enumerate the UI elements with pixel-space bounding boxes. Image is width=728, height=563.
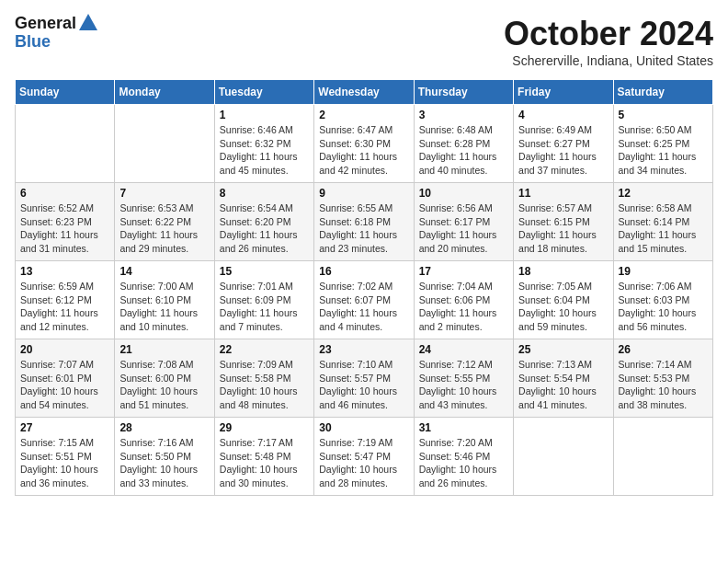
day-number: 4 [518,109,608,121]
weekday-header-wednesday: Wednesday [314,80,414,105]
day-number: 23 [319,343,408,356]
calendar-cell: 17Sunrise: 7:04 AMSunset: 6:06 PMDayligh… [414,261,513,339]
calendar-cell: 6Sunrise: 6:52 AMSunset: 6:23 PMDaylight… [16,183,115,261]
calendar-cell: 13Sunrise: 6:59 AMSunset: 6:12 PMDayligh… [16,261,115,339]
day-number: 7 [119,187,209,200]
calendar-week-row: 27Sunrise: 7:15 AMSunset: 5:51 PMDayligh… [16,418,713,496]
calendar-cell: 30Sunrise: 7:19 AMSunset: 5:47 PMDayligh… [314,418,414,496]
day-info: Sunrise: 7:19 AMSunset: 5:47 PMDaylight:… [319,436,408,490]
day-info: Sunrise: 6:48 AMSunset: 6:28 PMDaylight:… [419,123,508,178]
calendar-cell: 26Sunrise: 7:14 AMSunset: 5:53 PMDayligh… [613,339,712,418]
day-info: Sunrise: 7:10 AMSunset: 5:57 PMDaylight:… [319,358,408,412]
day-number: 30 [319,421,408,434]
calendar-cell: 27Sunrise: 7:15 AMSunset: 5:51 PMDayligh… [16,418,115,496]
day-number: 2 [319,109,408,121]
calendar-cell: 21Sunrise: 7:08 AMSunset: 6:00 PMDayligh… [115,339,214,418]
day-info: Sunrise: 6:54 AMSunset: 6:20 PMDaylight:… [220,201,309,256]
day-number: 6 [20,187,109,200]
day-number: 5 [619,109,708,121]
day-info: Sunrise: 7:16 AMSunset: 5:50 PMDaylight:… [119,436,209,490]
title-block: October 2024 Schererville, Indiana, Unit… [504,15,713,68]
calendar-cell: 11Sunrise: 6:57 AMSunset: 6:15 PMDayligh… [514,183,613,261]
day-number: 15 [220,265,309,278]
day-number: 18 [518,265,608,278]
day-number: 20 [20,343,109,356]
day-number: 24 [419,343,508,356]
calendar-cell: 23Sunrise: 7:10 AMSunset: 5:57 PMDayligh… [314,339,414,418]
day-number: 29 [220,421,309,434]
calendar-body: 1Sunrise: 6:46 AMSunset: 6:32 PMDaylight… [16,105,713,496]
logo: General Blue [15,15,97,52]
calendar-cell: 25Sunrise: 7:13 AMSunset: 5:54 PMDayligh… [514,339,613,418]
day-info: Sunrise: 7:00 AMSunset: 6:10 PMDaylight:… [119,280,209,334]
day-info: Sunrise: 6:59 AMSunset: 6:12 PMDaylight:… [20,280,109,334]
calendar-cell: 7Sunrise: 6:53 AMSunset: 6:22 PMDaylight… [115,183,214,261]
calendar-cell: 28Sunrise: 7:16 AMSunset: 5:50 PMDayligh… [115,418,214,496]
day-info: Sunrise: 6:47 AMSunset: 6:30 PMDaylight:… [319,123,408,178]
calendar-cell: 24Sunrise: 7:12 AMSunset: 5:55 PMDayligh… [414,339,513,418]
weekday-header-row: SundayMondayTuesdayWednesdayThursdayFrid… [16,80,713,105]
calendar-cell: 14Sunrise: 7:00 AMSunset: 6:10 PMDayligh… [115,261,214,339]
calendar-cell: 9Sunrise: 6:55 AMSunset: 6:18 PMDaylight… [314,183,414,261]
page-header: General Blue October 2024 Schererville, … [15,15,713,68]
calendar-cell [16,105,115,183]
day-info: Sunrise: 7:08 AMSunset: 6:00 PMDaylight:… [119,358,209,412]
day-info: Sunrise: 7:04 AMSunset: 6:06 PMDaylight:… [419,280,508,334]
calendar-cell: 8Sunrise: 6:54 AMSunset: 6:20 PMDaylight… [214,183,313,261]
weekday-header-friday: Friday [514,80,613,105]
day-number: 19 [619,265,708,278]
day-number: 11 [518,187,608,200]
day-info: Sunrise: 7:05 AMSunset: 6:04 PMDaylight:… [518,280,608,334]
weekday-header-saturday: Saturday [613,80,712,105]
calendar-cell: 3Sunrise: 6:48 AMSunset: 6:28 PMDaylight… [414,105,513,183]
calendar-cell: 22Sunrise: 7:09 AMSunset: 5:58 PMDayligh… [214,339,313,418]
day-number: 3 [419,109,508,121]
day-number: 14 [119,265,209,278]
location-subtitle: Schererville, Indiana, United States [504,53,713,68]
day-info: Sunrise: 6:57 AMSunset: 6:15 PMDaylight:… [518,201,608,256]
day-info: Sunrise: 6:52 AMSunset: 6:23 PMDaylight:… [20,201,109,256]
day-info: Sunrise: 6:50 AMSunset: 6:25 PMDaylight:… [619,123,708,178]
day-info: Sunrise: 7:17 AMSunset: 5:48 PMDaylight:… [220,436,309,490]
day-number: 22 [220,343,309,356]
day-info: Sunrise: 6:46 AMSunset: 6:32 PMDaylight:… [220,123,309,178]
day-number: 26 [619,343,708,356]
day-number: 25 [518,343,608,356]
day-number: 1 [220,109,309,121]
day-number: 8 [220,187,309,200]
day-info: Sunrise: 7:13 AMSunset: 5:54 PMDaylight:… [518,358,608,412]
calendar-cell: 15Sunrise: 7:01 AMSunset: 6:09 PMDayligh… [214,261,313,339]
day-number: 13 [20,265,109,278]
calendar-week-row: 1Sunrise: 6:46 AMSunset: 6:32 PMDaylight… [16,105,713,183]
day-info: Sunrise: 6:56 AMSunset: 6:17 PMDaylight:… [419,201,508,256]
calendar-cell [514,418,613,496]
day-info: Sunrise: 7:07 AMSunset: 6:01 PMDaylight:… [20,358,109,412]
day-number: 16 [319,265,408,278]
day-info: Sunrise: 6:55 AMSunset: 6:18 PMDaylight:… [319,201,408,256]
calendar-cell: 20Sunrise: 7:07 AMSunset: 6:01 PMDayligh… [16,339,115,418]
calendar-week-row: 13Sunrise: 6:59 AMSunset: 6:12 PMDayligh… [16,261,713,339]
day-info: Sunrise: 7:15 AMSunset: 5:51 PMDaylight:… [20,436,109,490]
weekday-header-monday: Monday [115,80,214,105]
calendar-cell: 5Sunrise: 6:50 AMSunset: 6:25 PMDaylight… [613,105,712,183]
day-info: Sunrise: 7:20 AMSunset: 5:46 PMDaylight:… [419,436,508,490]
day-info: Sunrise: 7:09 AMSunset: 5:58 PMDaylight:… [220,358,309,412]
day-number: 28 [119,421,209,434]
day-info: Sunrise: 7:14 AMSunset: 5:53 PMDaylight:… [619,358,708,412]
day-number: 27 [20,421,109,434]
day-info: Sunrise: 7:12 AMSunset: 5:55 PMDaylight:… [419,358,508,412]
logo-triangle-icon [79,14,97,30]
day-info: Sunrise: 7:02 AMSunset: 6:07 PMDaylight:… [319,280,408,334]
calendar-cell [613,418,712,496]
calendar-cell: 1Sunrise: 6:46 AMSunset: 6:32 PMDaylight… [214,105,313,183]
day-number: 21 [119,343,209,356]
calendar-cell: 29Sunrise: 7:17 AMSunset: 5:48 PMDayligh… [214,418,313,496]
logo-blue-text: Blue [15,33,51,52]
weekday-header-tuesday: Tuesday [214,80,313,105]
logo-general-text: General [15,15,76,33]
calendar-cell: 31Sunrise: 7:20 AMSunset: 5:46 PMDayligh… [414,418,513,496]
calendar-cell: 12Sunrise: 6:58 AMSunset: 6:14 PMDayligh… [613,183,712,261]
calendar-cell: 10Sunrise: 6:56 AMSunset: 6:17 PMDayligh… [414,183,513,261]
day-info: Sunrise: 7:06 AMSunset: 6:03 PMDaylight:… [619,280,708,334]
calendar-header: SundayMondayTuesdayWednesdayThursdayFrid… [16,80,713,105]
